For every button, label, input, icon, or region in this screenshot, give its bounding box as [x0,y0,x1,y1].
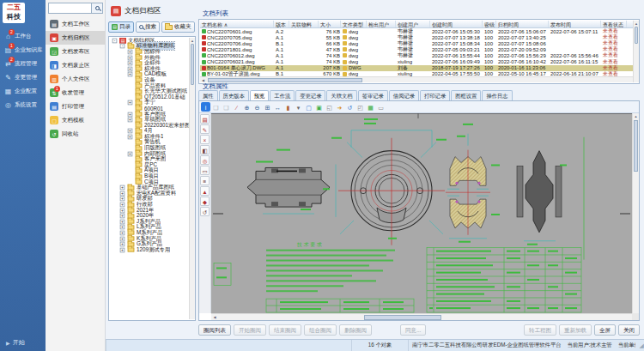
review-action-button[interactable]: 开始圈阅 [234,324,266,336]
preview-tool-icon[interactable]: ▦ [366,102,375,112]
annotation-tool-icon[interactable]: ▲ [200,186,210,196]
document-area-item[interactable]: ▢ 文档模板 [46,113,106,127]
tree-expander[interactable]: + [120,191,125,197]
column-header[interactable]: 密级 [483,21,496,27]
tree-expander[interactable]: + [128,129,133,134]
properties-tab[interactable]: 签审记录 [358,90,388,100]
annotation-tool-icon[interactable]: × [200,135,210,144]
preview-tool-icon[interactable]: ➜ [335,102,344,112]
tree-expander[interactable]: + [128,55,133,60]
preview-tool-icon[interactable]: ❏ [211,102,221,112]
properties-tab[interactable]: 图框设置 [451,90,481,100]
properties-tab[interactable]: 打印记录 [420,90,450,100]
tree-expander[interactable]: + [128,50,133,55]
tree-expander[interactable]: + [128,66,133,71]
tree-expander[interactable]: + [120,185,125,191]
sidebar-menu-item[interactable]: ✎ 变更管理 [0,70,46,84]
tree-expander[interactable]: + [128,100,133,106]
tree-expander[interactable]: + [128,135,133,140]
column-header[interactable]: 文档名称 ∧ [200,21,274,27]
file-list-hscrollbar[interactable]: ◀ [200,76,633,82]
column-header[interactable]: 归档时间 [496,21,549,27]
preview-tool-icon[interactable]: ◰ [355,102,365,112]
sidebar-menu-item[interactable]: ▦ 企业配置 [0,84,46,98]
document-area-item[interactable]: ▥ 个人文件区 [46,72,106,86]
properties-tab[interactable]: 变更记录 [295,90,325,100]
properties-tab[interactable]: 操作日志 [482,90,512,100]
preview-hscrollbar[interactable]: ◀ [211,313,632,320]
properties-tab[interactable]: 预览 [250,90,270,100]
preview-tool-icon[interactable]: ↺ [345,102,355,112]
tab-favorites[interactable]: 收藏夹 [161,21,195,33]
preview-tool-icon[interactable]: ↔ [273,102,283,112]
agree-button[interactable]: 同意... [400,324,426,336]
annotation-tool-icon[interactable]: ◎ [200,155,210,165]
column-header[interactable]: 发布时间 [549,21,601,27]
tree-expander[interactable]: + [128,61,133,66]
sidebar-menu-item[interactable]: ◎ 系统设置 [0,98,46,112]
tree-scrollbar[interactable]: ▲ [189,38,195,319]
column-header[interactable]: 大小 [319,21,341,27]
annotation-tool-icon[interactable]: ≡ [200,176,210,185]
properties-tab[interactable]: 关联文档 [326,90,356,100]
tree-expander[interactable]: + [128,72,133,77]
scrollbar-thumb[interactable] [208,78,362,82]
properties-tab[interactable]: 借阅记录 [389,90,419,100]
tree-expander[interactable]: + [120,214,125,219]
sidebar-menu-item[interactable]: ⌂ 工作台 2 [0,29,46,43]
preview-vscrollbar[interactable]: ▲ [632,113,639,313]
preview-tool-icon[interactable]: ⊞ [263,102,272,112]
search-input[interactable] [48,3,92,14]
column-header[interactable]: 检出用户 [367,21,396,27]
document-area-item[interactable]: ▤ 打印管理 [46,100,106,113]
scrollbar-thumb[interactable] [635,27,638,44]
preview-window-button[interactable]: 转工程图 [524,324,556,336]
scroll-up-arrow[interactable]: ▲ [190,38,195,44]
annotation-tool-icon[interactable]: ▭ [200,166,210,175]
tree-expander[interactable]: + [120,203,125,208]
tree-expander[interactable]: + [120,242,125,247]
annotation-tool-icon[interactable]: ◧ [200,145,210,154]
preview-tool-icon[interactable]: ▭ [376,102,386,112]
scrollbar-thumb[interactable] [364,315,441,320]
document-area-item[interactable]: ⇅ 收发管理 1 [46,86,106,100]
document-area-item[interactable]: ◲ 文档发布区 [46,45,106,58]
review-action-button[interactable]: 删除圈阅 [339,324,372,336]
search-button[interactable] [92,3,103,14]
preview-tool-icon[interactable]: ∕ [232,102,241,112]
preview-tool-icon[interactable]: ▾ [294,102,303,112]
properties-tab[interactable]: 工作流 [270,90,295,100]
review-action-button[interactable]: 圈阅列表 [198,324,231,336]
preview-tool-icon[interactable]: ⊕ [242,102,252,112]
file-row[interactable]: CNC220706012.dwg A.1 74 KB dwg 韦赫捷 2022-… [200,52,633,58]
review-action-button[interactable]: 结束圈阅 [269,324,301,336]
preview-tool-icon[interactable]: i [201,102,210,112]
scrollbar-thumb[interactable] [191,44,194,85]
annotation-tool-icon[interactable]: ▤ [200,114,210,124]
properties-tab[interactable]: 属性 [198,90,218,100]
column-header[interactable]: 创建用户 [396,21,430,27]
document-area-item[interactable]: ◨ 文档废止区 [46,58,106,72]
preview-window-button[interactable]: 全屏 [594,324,616,336]
column-header[interactable]: 创建时间 [430,21,483,27]
preview-tool-icon[interactable]: ▮ [283,102,293,112]
tree-expander[interactable]: + [128,118,133,123]
preview-tool-icon[interactable]: ❏ [222,102,231,112]
tree-expander[interactable]: + [128,112,133,117]
sidebar-menu-item[interactable]: ⇄ 流程管理 2 [0,57,46,70]
document-area-item[interactable]: ▣ 文档归档区 [46,31,106,45]
tree-node[interactable]: + ▤ 1209测试专用 [110,247,189,253]
document-area-item[interactable]: ▤ 文档工作区 [46,17,106,31]
file-list-vscrollbar[interactable]: ▲ [633,21,639,82]
document-area-item[interactable]: ↺ 回收站 [46,127,106,141]
tree-expander[interactable]: - [112,38,118,43]
tree-expander[interactable]: - [120,44,125,49]
column-header[interactable]: 查看状态 [601,21,627,27]
sidebar-menu-item[interactable]: ▤ 企业知识库 1 [0,43,46,57]
tree-expander[interactable]: + [120,231,125,236]
preview-window-button[interactable]: 关闭 [618,324,640,336]
annotation-tool-icon[interactable]: ↺ [200,207,210,216]
tab-search[interactable]: 搜索 [136,21,160,33]
preview-tool-icon[interactable]: ◱ [325,102,334,112]
tree-expander[interactable]: + [120,197,125,202]
